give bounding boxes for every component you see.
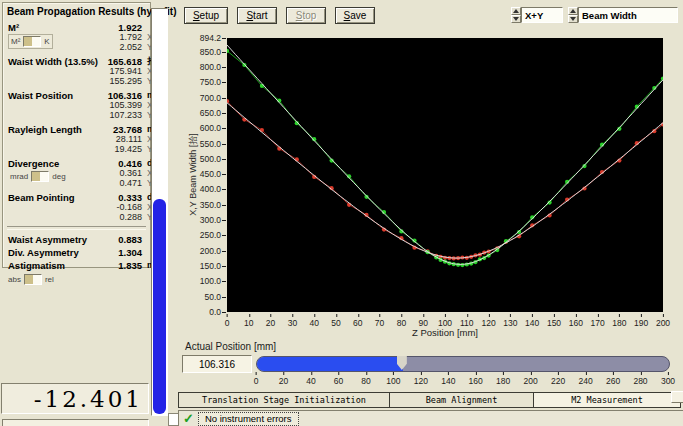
result-y-value: 19.425 bbox=[98, 145, 142, 155]
divider bbox=[7, 226, 146, 230]
axis-mode-spinner[interactable] bbox=[511, 7, 521, 23]
display-mode-spinner[interactable] bbox=[568, 7, 578, 23]
y-axis: 894.2850.0800.0750.0700.0650.0600.0550.0… bbox=[181, 38, 221, 312]
position-slider[interactable] bbox=[256, 356, 670, 372]
axis-mode-selector[interactable]: X+Y bbox=[511, 7, 563, 23]
scale-tick-label: 100 bbox=[386, 376, 400, 386]
scale-tick-label: 280 bbox=[633, 376, 647, 386]
abs-rel-switch[interactable] bbox=[24, 274, 42, 285]
y-tick-label: 650.0 bbox=[200, 108, 221, 118]
setup-button[interactable]: Setup bbox=[184, 7, 228, 24]
result-y-value: 155.295 bbox=[98, 77, 142, 87]
toggle-left-label: mrad bbox=[10, 172, 28, 181]
toolbar: Setup Start Stop Save X+Y Beam Width bbox=[172, 6, 683, 24]
rel-label: rel bbox=[45, 275, 54, 284]
y-tick-label: 894.2 bbox=[200, 33, 221, 43]
summary-row: Waist Asymmetry0.883 bbox=[8, 234, 148, 245]
result-y-value: 107.233 bbox=[98, 111, 142, 121]
toggle-right-label: K bbox=[44, 37, 49, 46]
result-y-value: 0.288 bbox=[98, 213, 142, 223]
y-tick-label: 0.0 bbox=[209, 307, 221, 317]
scale-tick-label: 200 bbox=[524, 376, 538, 386]
y-tick-label: 800.0 bbox=[200, 62, 221, 72]
x-axis-title: Z Position [mm] bbox=[227, 327, 663, 338]
corner-grip[interactable] bbox=[671, 391, 683, 403]
y-tick-label: 100.0 bbox=[200, 276, 221, 286]
main-area: Setup Start Stop Save X+Y Beam Width bbox=[172, 0, 683, 426]
scale-tick-label: 0 bbox=[254, 376, 259, 386]
check-icon: ✓ bbox=[183, 412, 194, 425]
start-button[interactable]: Start bbox=[237, 7, 277, 24]
scale-tick-label: 20 bbox=[279, 376, 288, 386]
result-label: M² bbox=[8, 22, 96, 33]
display-mode-value[interactable]: Beam Width bbox=[578, 7, 678, 23]
display-mode-selector[interactable]: Beam Width bbox=[568, 7, 678, 23]
numeric-readout-value: -12.401 bbox=[34, 386, 148, 412]
bottom-tabs: Translation Stage Initialization Beam Al… bbox=[178, 392, 683, 408]
scale-tick-label: 140 bbox=[441, 376, 455, 386]
axis-mode-value[interactable]: X+Y bbox=[521, 7, 563, 23]
y-tick-label: 300.0 bbox=[200, 215, 221, 225]
y-tick-label: 700.0 bbox=[200, 93, 221, 103]
toggle-left-label: M² bbox=[11, 37, 20, 46]
y-tick-label: 600.0 bbox=[200, 123, 221, 133]
numeric-readout-box: -12.401 bbox=[1, 383, 149, 414]
save-button[interactable]: Save bbox=[335, 7, 375, 24]
stop-button[interactable]: Stop bbox=[286, 7, 326, 24]
status-bar: ✓ No instrument errors bbox=[178, 410, 683, 426]
results-list: M²1.922M²K1.792X2.052YWaist Width (13.5%… bbox=[3, 22, 150, 222]
toggle-switch[interactable] bbox=[31, 171, 49, 182]
scale-tick-label: 80 bbox=[361, 376, 370, 386]
x-axis: 0102030405060708090100110120130140150160… bbox=[227, 314, 663, 326]
toggle-right-label: deg bbox=[52, 172, 65, 181]
result-row: Waist Width (13.5%)165.618拾175.941X155.2… bbox=[8, 56, 148, 86]
result-label: Waist Position bbox=[8, 90, 96, 101]
m2-measurement-window: Beam Propagation Results (hyp. fit) M²1.… bbox=[0, 0, 683, 426]
spin-up-icon[interactable] bbox=[511, 7, 521, 15]
summary-row: Div. Asymmetry1.304 bbox=[8, 247, 148, 258]
summary-value: 1.835 bbox=[108, 260, 142, 271]
scale-tick-label: 160 bbox=[469, 376, 483, 386]
status-message: No instrument errors bbox=[198, 412, 299, 426]
tab-beam-alignment[interactable]: Beam Alignment bbox=[390, 392, 534, 408]
result-y-value: 2.052 bbox=[98, 43, 142, 53]
actual-position-label: Actual Position [mm] bbox=[185, 341, 276, 352]
beam-plot-svg bbox=[227, 38, 663, 312]
summary-value: 0.883 bbox=[108, 234, 142, 245]
actual-position-value[interactable]: 106.316 bbox=[182, 355, 252, 373]
toggle-switch[interactable] bbox=[23, 36, 41, 47]
result-row: Beam Pointing0.333deg-0.168X0.288Y bbox=[8, 192, 148, 222]
scale-tick-label: 40 bbox=[306, 376, 315, 386]
summary-list: Waist Asymmetry0.883Div. Asymmetry1.304A… bbox=[3, 234, 150, 271]
tab-translation-stage-initialization[interactable]: Translation Stage Initialization bbox=[178, 392, 390, 408]
result-label: Beam Pointing bbox=[8, 192, 96, 203]
result-y-value: 0.471 bbox=[98, 179, 142, 189]
scale-tick-label: 240 bbox=[579, 376, 593, 386]
bottom-left-box bbox=[2, 419, 149, 426]
y-tick-label: 50.0 bbox=[204, 292, 221, 302]
summary-label: Waist Asymmetry bbox=[8, 234, 106, 245]
beam-width-chart bbox=[227, 38, 663, 312]
y-tick-label: 400.0 bbox=[200, 184, 221, 194]
result-label: Rayleigh Length bbox=[8, 124, 96, 135]
unit-toggle[interactable]: M²K bbox=[8, 34, 53, 49]
scale-tick-label: 220 bbox=[551, 376, 565, 386]
spin-up-icon[interactable] bbox=[568, 7, 578, 15]
scale-tick-label: 60 bbox=[334, 376, 343, 386]
result-row: Waist Position106.316mm105.399X107.233Y bbox=[8, 90, 148, 120]
spin-down-icon[interactable] bbox=[511, 15, 521, 23]
tab-m2-measurement[interactable]: M2 Measurement bbox=[534, 392, 681, 408]
result-row: M²1.922M²K1.792X2.052Y bbox=[8, 22, 148, 52]
spin-down-icon[interactable] bbox=[568, 15, 578, 23]
result-row: Rayleigh Length23.768mm28.111X19.425Y bbox=[8, 124, 148, 154]
unit-toggle[interactable]: mraddeg bbox=[8, 170, 68, 183]
result-label: Waist Width (13.5%) bbox=[8, 56, 96, 67]
abs-rel-toggle[interactable]: abs rel bbox=[8, 274, 150, 285]
summary-label: Div. Asymmetry bbox=[8, 247, 106, 258]
scale-tick-label: 180 bbox=[496, 376, 510, 386]
scale-tick-label: 120 bbox=[414, 376, 428, 386]
summary-unit bbox=[144, 247, 148, 258]
abs-label: abs bbox=[8, 275, 21, 284]
y-tick-label: 150.0 bbox=[200, 261, 221, 271]
vertical-progress-bar[interactable] bbox=[151, 8, 168, 416]
